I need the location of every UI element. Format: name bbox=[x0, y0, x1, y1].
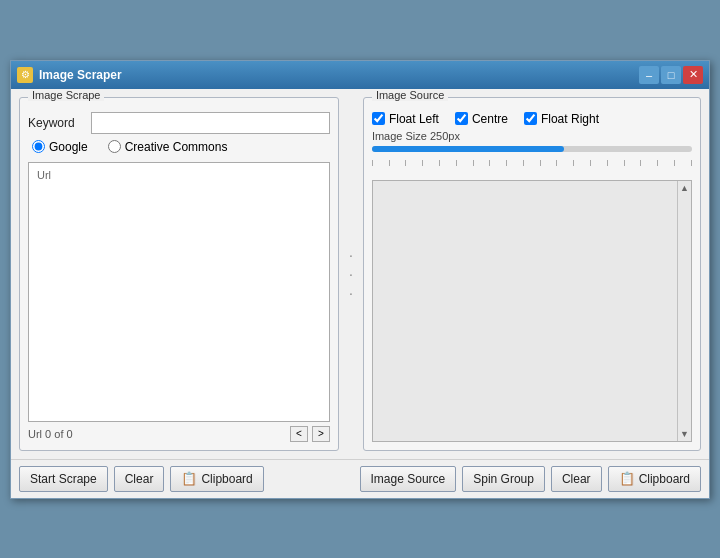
url-list[interactable]: Url bbox=[28, 162, 330, 422]
checkbox-float-right[interactable]: Float Right bbox=[524, 112, 599, 126]
main-window: ⚙ Image Scraper – □ ✕ Image Scrape Keywo… bbox=[10, 60, 710, 499]
right-panel-legend: Image Source bbox=[372, 89, 448, 101]
checkbox-float-left-label: Float Left bbox=[389, 112, 439, 126]
slider-container: Image Size 250px bbox=[372, 130, 692, 172]
radio-cc-input[interactable] bbox=[108, 140, 121, 153]
left-panel: Image Scrape Keyword Google Creative Com… bbox=[19, 97, 339, 451]
checkbox-float-left-input[interactable] bbox=[372, 112, 385, 125]
keyword-row: Keyword bbox=[28, 112, 330, 134]
image-size-label: Image Size 250px bbox=[372, 130, 692, 142]
clipboard-left-button[interactable]: 📋 Clipboard bbox=[170, 466, 263, 492]
clear-right-button[interactable]: Clear bbox=[551, 466, 602, 492]
nav-back-button[interactable]: < bbox=[290, 426, 308, 442]
panel-divider: · · · bbox=[347, 97, 355, 451]
checkbox-centre-label: Centre bbox=[472, 112, 508, 126]
close-button[interactable]: ✕ bbox=[683, 66, 703, 84]
slider-fill bbox=[372, 146, 564, 152]
clipboard-left-icon: 📋 bbox=[181, 471, 197, 486]
title-bar: ⚙ Image Scraper – □ ✕ bbox=[11, 61, 709, 89]
clipboard-right-label: Clipboard bbox=[639, 472, 690, 486]
keyword-label: Keyword bbox=[28, 116, 83, 130]
spin-group-button[interactable]: Spin Group bbox=[462, 466, 545, 492]
radio-row: Google Creative Commons bbox=[32, 140, 330, 154]
spin-group-label: Spin Group bbox=[473, 472, 534, 486]
url-nav-text: Url 0 of 0 bbox=[28, 428, 73, 440]
nav-buttons: < > bbox=[290, 426, 330, 442]
radio-google[interactable]: Google bbox=[32, 140, 88, 154]
scroll-up-arrow[interactable]: ▲ bbox=[678, 181, 691, 195]
radio-cc-label: Creative Commons bbox=[125, 140, 228, 154]
preview-scrollbar[interactable]: ▲ ▼ bbox=[677, 181, 691, 441]
clipboard-right-icon: 📋 bbox=[619, 471, 635, 486]
checkbox-centre-input[interactable] bbox=[455, 112, 468, 125]
checkbox-float-right-input[interactable] bbox=[524, 112, 537, 125]
slider-ticks bbox=[372, 160, 692, 172]
radio-creative-commons[interactable]: Creative Commons bbox=[108, 140, 228, 154]
window-title: Image Scraper bbox=[39, 68, 122, 82]
start-scrape-button[interactable]: Start Scrape bbox=[19, 466, 108, 492]
radio-google-label: Google bbox=[49, 140, 88, 154]
url-nav-row: Url 0 of 0 < > bbox=[28, 426, 330, 442]
toolbar-spacer bbox=[270, 466, 354, 492]
right-panel: Image Source Float Left Centre Float Rig… bbox=[363, 97, 701, 451]
clear-right-label: Clear bbox=[562, 472, 591, 486]
app-icon: ⚙ bbox=[17, 67, 33, 83]
checkbox-float-left[interactable]: Float Left bbox=[372, 112, 439, 126]
checkbox-row: Float Left Centre Float Right bbox=[372, 112, 692, 126]
nav-forward-button[interactable]: > bbox=[312, 426, 330, 442]
maximize-button[interactable]: □ bbox=[661, 66, 681, 84]
window-body: Image Scrape Keyword Google Creative Com… bbox=[11, 89, 709, 459]
minimize-button[interactable]: – bbox=[639, 66, 659, 84]
slider-track[interactable] bbox=[372, 146, 692, 152]
image-source-label: Image Source bbox=[371, 472, 446, 486]
clipboard-left-label: Clipboard bbox=[201, 472, 252, 486]
bottom-toolbar: Start Scrape Clear 📋 Clipboard Image Sou… bbox=[11, 459, 709, 498]
clear-left-button[interactable]: Clear bbox=[114, 466, 165, 492]
left-panel-legend: Image Scrape bbox=[28, 89, 104, 101]
scroll-down-arrow[interactable]: ▼ bbox=[678, 427, 691, 441]
clear-left-label: Clear bbox=[125, 472, 154, 486]
url-list-header: Url bbox=[33, 167, 325, 183]
title-bar-left: ⚙ Image Scraper bbox=[17, 67, 122, 83]
start-scrape-label: Start Scrape bbox=[30, 472, 97, 486]
radio-google-input[interactable] bbox=[32, 140, 45, 153]
image-source-button[interactable]: Image Source bbox=[360, 466, 457, 492]
image-preview-area[interactable]: ▲ ▼ bbox=[372, 180, 692, 442]
keyword-input[interactable] bbox=[91, 112, 330, 134]
clipboard-right-button[interactable]: 📋 Clipboard bbox=[608, 466, 701, 492]
title-buttons: – □ ✕ bbox=[639, 66, 703, 84]
checkbox-centre[interactable]: Centre bbox=[455, 112, 508, 126]
checkbox-float-right-label: Float Right bbox=[541, 112, 599, 126]
